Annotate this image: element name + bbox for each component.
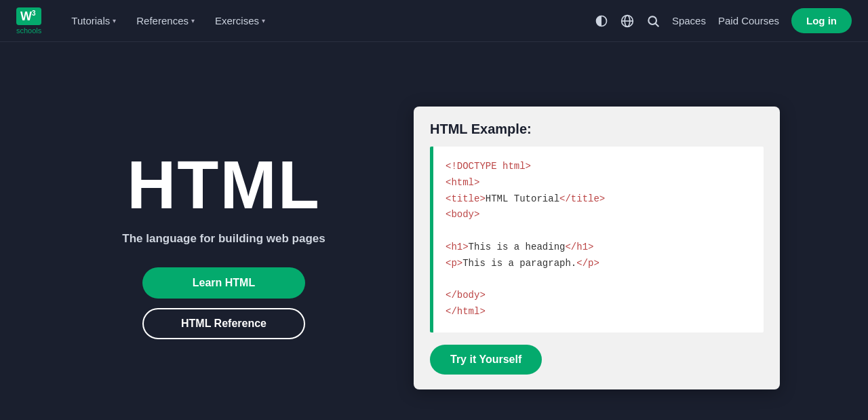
search-icon[interactable] (646, 14, 660, 28)
code-card-title: HTML Example: (430, 121, 764, 137)
hero-right: HTML Example: <!DOCTYPE html> <html> <ti… (400, 100, 793, 389)
logo-w: W (20, 9, 32, 23)
spaces-link[interactable]: Spaces (672, 15, 706, 26)
nav-item-tutorials[interactable]: Tutorials ▾ (63, 9, 124, 32)
hero-left: HTML The language for building web pages… (75, 151, 400, 339)
nav-item-references[interactable]: References ▾ (128, 9, 203, 32)
nav-item-exercises[interactable]: Exercises ▾ (207, 9, 273, 32)
navbar: W3 schools Tutorials ▾ References ▾ Exer… (0, 0, 868, 42)
nav-links: Tutorials ▾ References ▾ Exercises ▾ (63, 9, 595, 32)
code-card: HTML Example: <!DOCTYPE html> <html> <ti… (414, 107, 780, 389)
try-it-yourself-button[interactable]: Try it Yourself (430, 345, 542, 375)
chevron-down-icon: ▾ (113, 17, 116, 24)
code-example: <!DOCTYPE html> <html> <title>HTML Tutor… (430, 147, 764, 332)
svg-point-3 (648, 16, 656, 24)
learn-html-button[interactable]: Learn HTML (142, 267, 305, 299)
hero-section: HTML The language for building web pages… (0, 42, 868, 420)
logo-sub: schools (16, 26, 41, 35)
globe-icon[interactable] (620, 14, 634, 28)
svg-line-4 (656, 23, 659, 26)
theme-toggle-icon[interactable] (595, 14, 608, 28)
page-title: HTML (127, 151, 321, 218)
chevron-down-icon: ▾ (191, 17, 195, 24)
login-button[interactable]: Log in (791, 8, 852, 33)
nav-right: Spaces Paid Courses Log in (595, 8, 852, 33)
hero-subtitle: The language for building web pages (122, 232, 325, 246)
chevron-down-icon: ▾ (262, 17, 265, 24)
paid-courses-link[interactable]: Paid Courses (718, 15, 779, 26)
html-reference-button[interactable]: HTML Reference (142, 308, 305, 339)
logo-box: W3 (16, 7, 41, 25)
logo[interactable]: W3 schools (16, 7, 41, 35)
logo-sup: 3 (32, 9, 36, 17)
